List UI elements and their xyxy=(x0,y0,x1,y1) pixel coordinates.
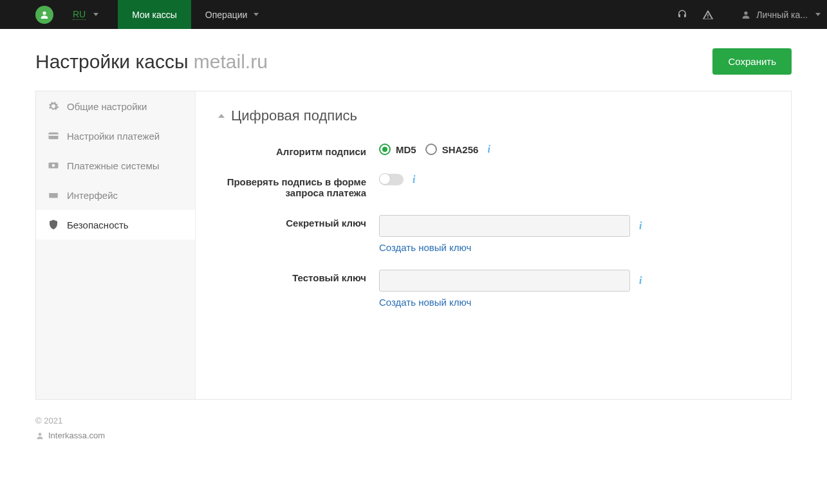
money-icon xyxy=(48,160,59,171)
svg-rect-7 xyxy=(49,191,58,193)
sidebar-item-label: Настройки платежей xyxy=(67,131,160,142)
info-icon[interactable]: i xyxy=(487,144,490,155)
warning-icon[interactable] xyxy=(702,9,714,21)
shield-icon xyxy=(48,219,59,230)
info-icon[interactable]: i xyxy=(413,174,415,185)
page-title-text: Настройки кассы xyxy=(35,51,188,72)
content-panel: Общие настройки Настройки платежей Плате… xyxy=(35,91,792,400)
chevron-down-icon xyxy=(254,13,259,16)
input-secret-key[interactable] xyxy=(379,215,630,237)
sidebar-item-payments[interactable]: Настройки платежей xyxy=(36,121,195,151)
user-icon xyxy=(35,431,44,440)
chevron-up-icon xyxy=(218,114,225,118)
footer-site-label: Interkassa.com xyxy=(48,431,105,440)
main-panel: Цифровая подпись Алгоритм подписи MD5 SH… xyxy=(196,91,791,399)
gear-icon xyxy=(48,100,59,112)
page-title: Настройки кассы metail.ru xyxy=(35,51,268,73)
svg-point-1 xyxy=(745,11,748,14)
sidebar-item-label: Платежные системы xyxy=(67,160,160,171)
label-algorithm: Алгоритм подписи xyxy=(218,144,379,157)
link-create-test-key[interactable]: Создать новый ключ xyxy=(379,297,471,308)
nav-item-label: Операции xyxy=(205,10,248,20)
svg-rect-3 xyxy=(49,135,59,136)
info-icon[interactable]: i xyxy=(639,220,642,232)
row-algorithm: Алгоритм подписи MD5 SHA256 i xyxy=(218,144,768,157)
radio-md5-label: MD5 xyxy=(396,144,416,155)
nav-item-label: Мои кассы xyxy=(132,10,177,20)
user-menu-label: Личный ка... xyxy=(756,10,808,20)
sidebar-item-general[interactable]: Общие настройки xyxy=(36,91,195,121)
radio-sha256[interactable]: SHA256 xyxy=(425,144,479,155)
avatar[interactable] xyxy=(35,6,53,24)
toggle-verify-signature[interactable] xyxy=(379,174,404,185)
sidebar-item-security[interactable]: Безопасность xyxy=(36,210,195,239)
label-test-key: Тестовый ключ xyxy=(218,270,379,283)
row-test-key: Тестовый ключ i Создать новый ключ xyxy=(218,270,768,308)
input-test-key[interactable] xyxy=(379,270,630,292)
window-icon xyxy=(48,189,59,201)
radio-sha256-label: SHA256 xyxy=(442,144,479,155)
copyright: © 2021 xyxy=(35,416,792,425)
chevron-down-icon xyxy=(93,13,98,16)
section-title-text: Цифровая подпись xyxy=(231,107,357,124)
sidebar-item-label: Безопасность xyxy=(67,219,129,230)
info-icon[interactable]: i xyxy=(639,275,642,286)
footer: © 2021 Interkassa.com xyxy=(0,400,827,456)
settings-sidebar: Общие настройки Настройки платежей Плате… xyxy=(36,91,196,399)
top-nav: RU Мои кассы Операции Личный ка... xyxy=(0,0,827,29)
save-button[interactable]: Сохранить xyxy=(712,48,792,75)
row-verify: Проверять подпись в форме запроса платеж… xyxy=(218,174,768,198)
radio-md5[interactable]: MD5 xyxy=(379,144,416,155)
section-toggle[interactable]: Цифровая подпись xyxy=(218,107,768,124)
page-subtitle: metail.ru xyxy=(194,51,268,72)
link-create-secret-key[interactable]: Создать новый ключ xyxy=(379,242,471,253)
sidebar-item-interface[interactable]: Интерфейс xyxy=(36,180,195,210)
user-icon xyxy=(39,10,50,20)
label-secret-key: Секретный ключ xyxy=(218,215,379,229)
footer-site-link[interactable]: Interkassa.com xyxy=(35,431,792,440)
sidebar-item-label: Интерфейс xyxy=(67,190,118,201)
chevron-down-icon xyxy=(815,13,821,16)
language-selector[interactable]: RU xyxy=(73,9,86,20)
svg-point-8 xyxy=(39,433,42,436)
card-icon xyxy=(48,130,59,142)
nav-item-my-cashboxes[interactable]: Мои кассы xyxy=(118,0,191,29)
nav-item-operations[interactable]: Операции xyxy=(191,0,274,29)
user-menu[interactable]: Личный ка... xyxy=(741,10,821,20)
sidebar-item-payment-systems[interactable]: Платежные системы xyxy=(36,151,195,180)
user-icon xyxy=(741,10,751,20)
svg-point-0 xyxy=(42,11,46,14)
label-verify: Проверять подпись в форме запроса платеж… xyxy=(218,174,379,198)
header-icons: Личный ка... xyxy=(676,9,821,21)
row-secret-key: Секретный ключ i Создать новый ключ xyxy=(218,215,768,253)
svg-point-5 xyxy=(52,164,55,167)
headset-icon[interactable] xyxy=(676,9,688,21)
sidebar-item-label: Общие настройки xyxy=(67,101,147,112)
page-header: Настройки кассы metail.ru Сохранить xyxy=(0,29,827,91)
